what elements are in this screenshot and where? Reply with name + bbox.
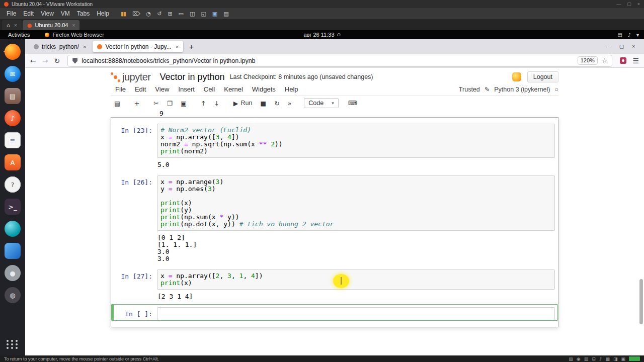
pencil-icon[interactable]: ✎	[485, 85, 490, 93]
restart-kernel-button[interactable]: ↻	[271, 99, 283, 108]
minimize-icon[interactable]: —	[616, 2, 621, 7]
tab-tricks-python[interactable]: tricks_python/×	[29, 41, 91, 52]
menu-edit[interactable]: Edit	[130, 84, 150, 95]
new-tab-button[interactable]: +	[185, 42, 198, 51]
forward-button[interactable]: →	[42, 57, 48, 65]
cell-editor[interactable]: x = np.array([2, 3, 1, 4])print(x)	[157, 269, 555, 290]
dock-item-vscode[interactable]	[3, 242, 22, 260]
menu-kernel[interactable]: Kernel	[219, 84, 248, 95]
clock-menu[interactable]: авг 26 11:33	[303, 32, 340, 38]
bookmark-star-icon[interactable]: ☆	[602, 57, 608, 64]
dock-item-software-updater[interactable]	[3, 220, 22, 238]
restart-run-all-button[interactable]: »	[284, 99, 295, 108]
vm-device-icon-3[interactable]: ⊟	[592, 356, 596, 361]
vm-device-icon-4[interactable]: ♪	[599, 356, 602, 361]
save-button[interactable]: ▤	[111, 99, 124, 108]
vm-device-icon-7[interactable]: ▣	[621, 356, 625, 361]
dock-item-thunderbird[interactable]: ✉	[3, 65, 22, 83]
jupyter-logo[interactable]: jupyter	[111, 71, 151, 83]
cell-type-dropdown[interactable]: Code▾	[304, 98, 338, 108]
vm-menu-file[interactable]: File	[3, 9, 20, 18]
show-console-icon[interactable]: ▭	[179, 11, 183, 17]
focused-app-menu[interactable]: Firefox Web Browser	[45, 32, 104, 38]
cell-editor[interactable]: x = np.arange(3)y = np.ones(3) print(x)p…	[157, 175, 555, 231]
back-button[interactable]: ←	[30, 57, 36, 65]
send-ctrl-alt-del-icon[interactable]: ⌦	[132, 11, 140, 17]
tab-vector-notebook[interactable]: Vector in python - Jupy...×	[93, 41, 183, 52]
close-tab-icon[interactable]: ×	[72, 23, 75, 28]
cell-editor[interactable]	[157, 307, 555, 320]
vm-device-icon-2[interactable]: ▥	[584, 356, 589, 361]
dock-item-help[interactable]: ?	[3, 175, 22, 194]
menu-file[interactable]: File	[111, 84, 130, 95]
system-tray[interactable]: ▤♪▾	[617, 32, 639, 38]
run-button[interactable]: ▶Run	[230, 99, 256, 108]
close-icon[interactable]: ×	[632, 44, 635, 49]
volume-icon[interactable]: ♪	[628, 32, 631, 38]
dock-item-settings[interactable]: ◍	[3, 286, 22, 304]
dock-item-libreoffice-writer[interactable]: ≡	[3, 131, 22, 149]
command-palette-button[interactable]: ⌨	[345, 99, 360, 108]
screen-icon[interactable]: ▤	[617, 32, 622, 38]
menu-view[interactable]: View	[150, 84, 174, 95]
dock-item-ubuntu-software[interactable]: A	[3, 153, 22, 171]
app-grid-button[interactable]	[3, 335, 22, 353]
dock-item-screenshot-tool[interactable]: ●	[3, 264, 22, 282]
vm-device-icon-1[interactable]: ◉	[577, 356, 581, 361]
activities-button[interactable]: Activities	[6, 32, 32, 38]
paste-cells-button[interactable]: ▣	[177, 99, 190, 108]
menu-help[interactable]: Help	[280, 84, 303, 95]
unity-mode-icon[interactable]: ▣	[212, 11, 217, 17]
snapshot-manager-icon[interactable]: ⊞	[168, 11, 172, 17]
revert-snapshot-icon[interactable]: ↺	[157, 11, 161, 17]
vm-menu-edit[interactable]: Edit	[20, 9, 37, 18]
move-up-button[interactable]: ↑	[197, 99, 209, 108]
menu-widgets[interactable]: Widgets	[248, 84, 280, 95]
dock-item-firefox[interactable]	[3, 43, 22, 61]
menu-button[interactable]: ☰	[632, 57, 639, 65]
vm-menu-vm[interactable]: VM	[57, 9, 73, 18]
library-icon[interactable]: ▤	[223, 11, 228, 17]
close-tab-icon[interactable]: ×	[176, 44, 179, 50]
extension-icon[interactable]	[620, 57, 626, 64]
vm-menu-view[interactable]: View	[37, 9, 57, 18]
vm-device-icon-5[interactable]: ▦	[605, 356, 610, 361]
cell-input-row[interactable]: In [ ]:	[111, 304, 558, 321]
home-tab[interactable]: ⌂×	[2, 20, 22, 30]
maximize-icon[interactable]: ▢	[619, 44, 624, 49]
notebook-title[interactable]: Vector in python	[160, 72, 225, 82]
console-view-icon[interactable]: ◫	[190, 11, 194, 17]
logout-button[interactable]: Logout	[527, 71, 558, 82]
close-tab-icon[interactable]: ×	[83, 44, 86, 50]
cut-cells-button[interactable]: ✂	[150, 99, 162, 108]
reload-button[interactable]: ↻	[54, 57, 60, 65]
vm-menu-tabs[interactable]: Tabs	[73, 9, 93, 18]
close-icon[interactable]: ×	[637, 2, 640, 7]
tracking-protection-icon[interactable]	[72, 58, 77, 64]
stop-button[interactable]: ■	[257, 99, 270, 108]
snapshot-icon[interactable]: ◔	[146, 11, 151, 17]
scrollbar-thumb[interactable]	[639, 279, 643, 324]
power-menu-icon[interactable]: ▾	[636, 32, 639, 38]
fullscreen-icon[interactable]: ◱	[201, 11, 205, 17]
menu-insert[interactable]: Insert	[174, 84, 199, 95]
insert-cell-button[interactable]: +	[131, 99, 143, 108]
ubuntu-tab[interactable]: ●Ubuntu 20.04×	[23, 20, 80, 30]
menu-cell[interactable]: Cell	[199, 84, 219, 95]
move-down-button[interactable]: ↓	[210, 99, 222, 108]
dock-item-files[interactable]: ▤	[3, 87, 22, 105]
dock-item-terminal[interactable]: >_	[3, 198, 22, 216]
cell-editor[interactable]: # Norm2 vector (Euclid)x = np.array([3, …	[157, 124, 555, 158]
cell-input-row[interactable]: In [23]:# Norm2 vector (Euclid)x = np.ar…	[111, 121, 558, 158]
close-tab-icon[interactable]: ×	[14, 23, 17, 28]
notebook-cell[interactable]: In [ ]:	[111, 304, 558, 321]
copy-cells-button[interactable]: ❐	[164, 99, 176, 108]
url-bar[interactable]: localhost:8888/notebooks/tricks_python/V…	[68, 55, 612, 66]
notebook-cell[interactable]: In [26]:x = np.arange(3)y = np.ones(3) p…	[111, 172, 558, 264]
vm-device-icon-0[interactable]: ▤	[569, 356, 573, 361]
maximize-icon[interactable]: ▢	[627, 2, 631, 7]
vm-device-icon-6[interactable]: ◨	[613, 356, 618, 361]
dock-item-rhythmbox[interactable]: ♪	[3, 109, 22, 127]
cell-input-row[interactable]: In [26]:x = np.arange(3)y = np.ones(3) p…	[111, 172, 558, 231]
zoom-indicator[interactable]: 120%	[578, 56, 598, 65]
